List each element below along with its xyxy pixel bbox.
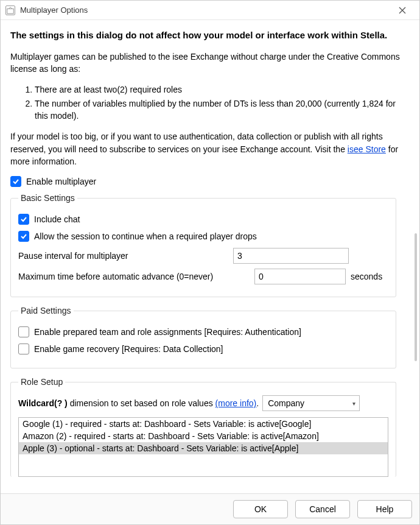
paid-settings-group: Paid Settings Enable prepared team and r… — [10, 306, 396, 368]
window-title: Multiplayer Options — [20, 5, 390, 15]
cancel-button[interactable]: Cancel — [295, 500, 350, 518]
dimension-selected-value: Company — [268, 398, 304, 408]
svg-rect-0 — [7, 9, 14, 13]
scrollbar-thumb[interactable] — [415, 233, 417, 361]
intro-p1: Multiplayer games can be published to th… — [10, 51, 410, 76]
pause-interval-label: Pause interval for multiplayer — [18, 251, 228, 261]
game-recovery-label: Enable game recovery [Requires: Data Col… — [34, 344, 223, 354]
intro-li2: The number of variables multiplied by th… — [35, 97, 410, 122]
dimension-select[interactable]: Company ▾ — [262, 395, 360, 411]
enable-multiplayer-checkbox[interactable] — [10, 176, 21, 187]
intro-bold: The settings in this dialog do not affec… — [10, 29, 410, 42]
wildcard-bold: Wildcard(? ) — [18, 398, 68, 408]
include-chat-checkbox[interactable] — [18, 214, 29, 225]
roles-listbox[interactable]: Google (1) - required - starts at: Dashb… — [18, 417, 388, 477]
role-setup-group: Role Setup Wildcard(? ) dimension to set… — [10, 377, 396, 477]
pause-interval-input[interactable] — [233, 248, 349, 264]
intro-p2: If your model is too big, or if you want… — [10, 130, 410, 167]
chevron-down-icon: ▾ — [352, 400, 355, 407]
role-list-item[interactable]: Apple (3) - optional - starts at: Dashbo… — [19, 442, 388, 454]
paid-legend: Paid Settings — [18, 306, 74, 315]
enable-multiplayer-label: Enable multiplayer — [26, 177, 96, 186]
continue-on-drop-label: Allow the session to continue when a req… — [34, 231, 257, 241]
role-list-item[interactable]: Google (1) - required - starts at: Dashb… — [19, 418, 388, 430]
game-recovery-checkbox[interactable] — [18, 344, 29, 354]
max-time-unit: seconds — [351, 272, 382, 281]
role-legend: Role Setup — [18, 377, 65, 387]
role-list-item[interactable]: Amazon (2) - required - starts at: Dashb… — [19, 430, 388, 442]
intro-text: The settings in this dialog do not affec… — [10, 29, 410, 167]
app-icon — [5, 5, 15, 15]
basic-settings-group: Basic Settings Include chat Allow the se… — [10, 193, 396, 297]
include-chat-label: Include chat — [34, 214, 80, 224]
team-assign-label: Enable prepared team and role assignment… — [34, 327, 301, 337]
basic-legend: Basic Settings — [18, 193, 77, 203]
continue-on-drop-checkbox[interactable] — [18, 231, 29, 242]
max-time-label: Maximum time before automatic advance (0… — [18, 272, 250, 281]
ok-button[interactable]: OK — [233, 500, 288, 518]
isee-store-link[interactable]: isee Store — [348, 144, 386, 154]
wildcard-text: dimension to set based on role values — [68, 398, 215, 408]
help-button[interactable]: Help — [357, 500, 412, 518]
intro-li1: There are at least two(2) required roles — [35, 83, 410, 96]
max-time-input[interactable] — [254, 269, 346, 284]
close-button[interactable] — [390, 2, 415, 19]
wildcard-more-info-link[interactable]: (more info) — [215, 398, 257, 408]
team-assign-checkbox[interactable] — [18, 326, 29, 337]
dialog-footer: OK Cancel Help — [1, 493, 419, 524]
titlebar: Multiplayer Options — [1, 1, 419, 20]
